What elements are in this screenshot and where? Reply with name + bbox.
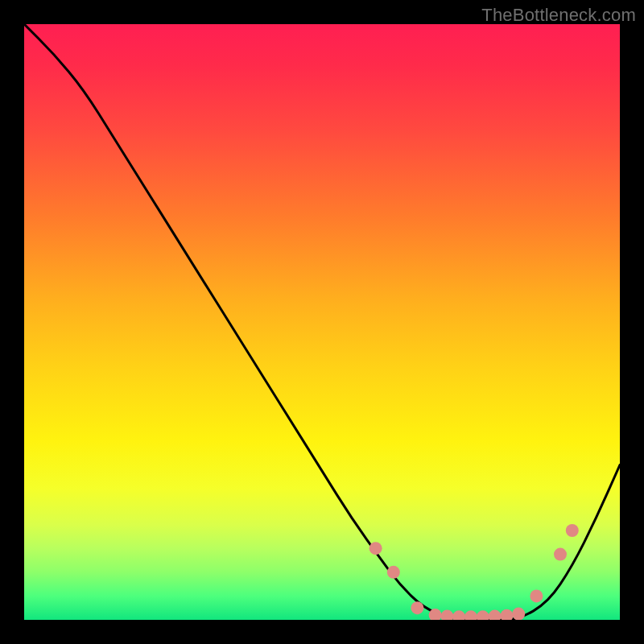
svg-point-4 [440,610,453,620]
highlight-points [369,524,579,620]
svg-point-9 [500,609,513,620]
curve-layer [24,24,620,620]
plot-area [24,24,620,620]
bottleneck-curve [24,24,620,620]
svg-point-8 [489,610,502,620]
svg-point-10 [512,608,525,620]
svg-point-11 [530,589,543,602]
svg-point-7 [477,610,489,620]
svg-point-12 [554,548,567,561]
svg-point-13 [566,524,579,537]
watermark-text: TheBottleneck.com [481,5,636,26]
svg-point-1 [387,566,400,579]
svg-point-6 [464,610,477,620]
svg-point-0 [369,542,382,555]
svg-point-3 [429,609,442,620]
svg-point-5 [452,610,465,620]
chart-stage: TheBottleneck.com [0,0,644,644]
svg-point-2 [411,601,423,614]
